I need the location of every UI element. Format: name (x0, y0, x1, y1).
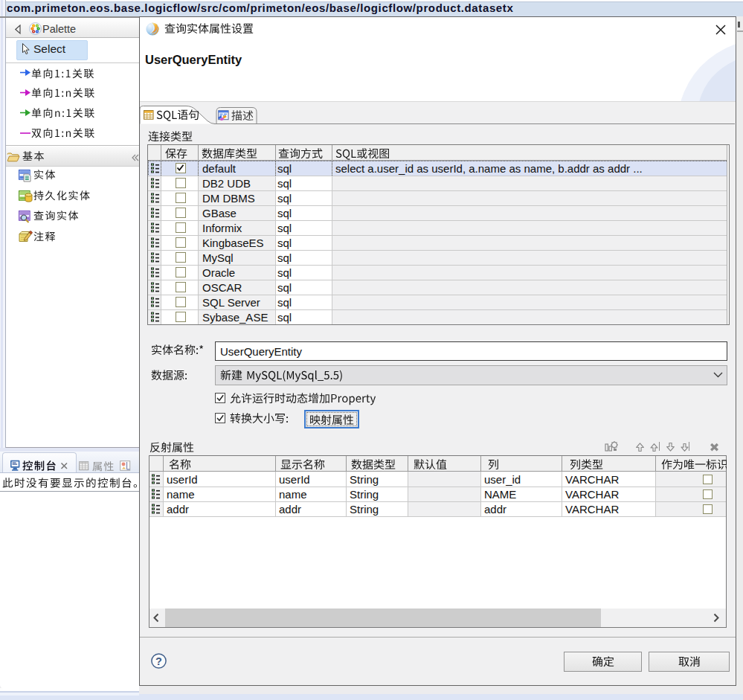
svg-text:?: ? (155, 655, 162, 667)
